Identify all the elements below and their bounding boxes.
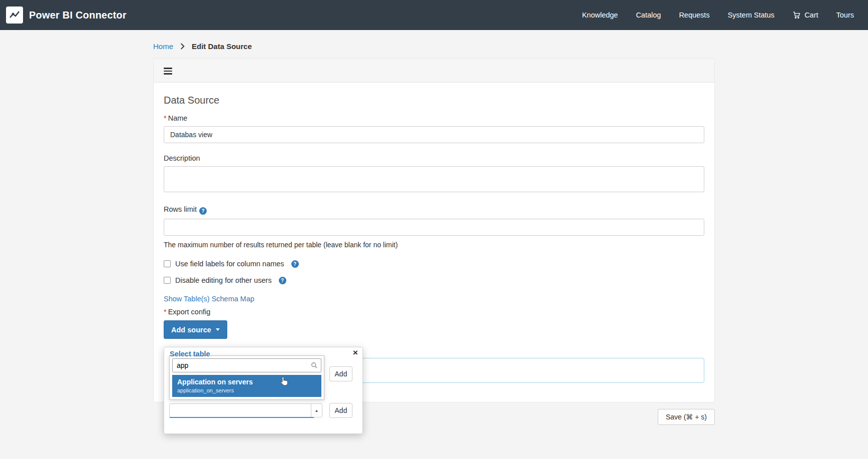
add-source-button[interactable]: Add source xyxy=(164,320,227,339)
mouse-cursor-hand-icon xyxy=(280,376,288,388)
name-input[interactable] xyxy=(164,126,704,143)
checkbox-use-field-labels[interactable]: Use field labels for column names ? xyxy=(164,260,704,268)
add-second-table-button[interactable]: Add xyxy=(329,403,352,418)
table-search xyxy=(172,358,321,372)
select-table-label: Select table xyxy=(170,350,210,358)
brand[interactable]: Power BI Connector xyxy=(6,7,127,24)
export-config-label: *Export config xyxy=(164,308,704,316)
result-title: Application on servers xyxy=(177,378,316,386)
select-table-popover: × Select table xyxy=(164,347,363,434)
panel-header xyxy=(154,59,714,83)
rows-limit-help-text: The maximum number of results returned p… xyxy=(164,241,704,249)
nav-cart-label: Cart xyxy=(804,11,818,19)
description-label: Description xyxy=(164,154,704,162)
rows-limit-input[interactable] xyxy=(164,219,704,236)
nav-knowledge[interactable]: Knowledge xyxy=(582,11,618,19)
description-field: Description xyxy=(164,154,704,194)
breadcrumb-home-link[interactable]: Home xyxy=(153,42,173,51)
checkbox-disable-editing-label: Disable editing for other users xyxy=(175,276,272,284)
checkbox-icon[interactable] xyxy=(164,260,171,267)
nav-cart[interactable]: Cart xyxy=(792,11,818,19)
table-search-input[interactable] xyxy=(172,358,321,372)
name-field: *Name xyxy=(164,114,704,143)
table-select-dropdown: Application on servers application_on_se… xyxy=(169,355,324,400)
nav-system-status[interactable]: System Status xyxy=(728,11,774,19)
chevron-up-icon[interactable]: ▲ xyxy=(311,404,322,417)
question-icon[interactable]: ? xyxy=(199,207,207,215)
table-result-application-on-servers[interactable]: Application on servers application_on_se… xyxy=(172,375,321,397)
export-config-area: × Select table xyxy=(164,343,704,402)
required-marker: * xyxy=(164,114,167,122)
close-icon[interactable]: × xyxy=(353,348,358,358)
menu-icon[interactable] xyxy=(164,66,172,76)
required-marker: * xyxy=(164,308,167,316)
save-button[interactable]: Save (⌘ + s) xyxy=(658,409,715,425)
form-title: Data Source xyxy=(164,95,704,106)
second-table-select[interactable]: ▲ xyxy=(169,403,322,417)
brand-title: Power BI Connector xyxy=(29,10,127,21)
result-subtitle: application_on_servers xyxy=(177,387,316,393)
cart-icon xyxy=(792,11,801,19)
nav-items: Knowledge Catalog Requests System Status… xyxy=(582,11,854,19)
show-schema-map-link[interactable]: Show Table(s) Schema Map xyxy=(164,295,254,303)
breadcrumb: Home Edit Data Source xyxy=(153,42,715,51)
chevron-right-icon xyxy=(180,43,185,50)
checkbox-use-field-labels-label: Use field labels for column names xyxy=(175,260,284,268)
nav-requests[interactable]: Requests xyxy=(679,11,709,19)
name-label: *Name xyxy=(164,114,704,122)
nav-tours[interactable]: Tours xyxy=(836,11,854,19)
search-icon xyxy=(311,362,318,371)
add-source-button-label: Add source xyxy=(171,326,211,334)
edit-data-source-panel: Data Source *Name Description Rows limit… xyxy=(153,58,715,402)
question-icon[interactable]: ? xyxy=(279,277,286,284)
chevron-down-icon xyxy=(216,328,220,331)
checkbox-icon[interactable] xyxy=(164,277,171,284)
app-logo-icon xyxy=(6,7,23,24)
add-table-button[interactable]: Add xyxy=(329,366,352,381)
description-textarea[interactable] xyxy=(164,166,704,192)
rows-limit-label: Rows limit? xyxy=(164,205,704,215)
top-navbar: Power BI Connector Knowledge Catalog Req… xyxy=(0,0,868,30)
breadcrumb-current: Edit Data Source xyxy=(192,42,252,51)
data-source-form: Data Source *Name Description Rows limit… xyxy=(154,83,714,402)
nav-catalog[interactable]: Catalog xyxy=(636,11,661,19)
rows-limit-field: Rows limit? The maximum number of result… xyxy=(164,205,704,249)
checkbox-disable-editing[interactable]: Disable editing for other users ? xyxy=(164,276,704,284)
question-icon[interactable]: ? xyxy=(291,260,299,268)
